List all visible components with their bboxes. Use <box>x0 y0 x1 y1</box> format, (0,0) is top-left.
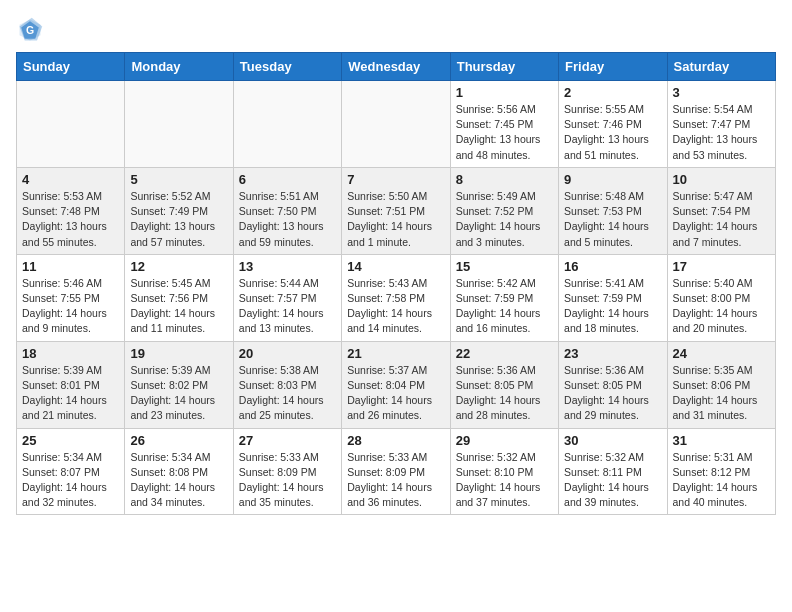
weekday-header-tuesday: Tuesday <box>233 53 341 81</box>
day-info: Sunrise: 5:33 AMSunset: 8:09 PMDaylight:… <box>347 450 444 511</box>
day-info: Sunrise: 5:40 AMSunset: 8:00 PMDaylight:… <box>673 276 770 337</box>
calendar-header: SundayMondayTuesdayWednesdayThursdayFrid… <box>17 53 776 81</box>
calendar-cell: 19Sunrise: 5:39 AMSunset: 8:02 PMDayligh… <box>125 341 233 428</box>
page-header: G <box>16 16 776 44</box>
day-number: 20 <box>239 346 336 361</box>
weekday-header-wednesday: Wednesday <box>342 53 450 81</box>
calendar-cell: 14Sunrise: 5:43 AMSunset: 7:58 PMDayligh… <box>342 254 450 341</box>
calendar-cell: 5Sunrise: 5:52 AMSunset: 7:49 PMDaylight… <box>125 167 233 254</box>
calendar-cell: 13Sunrise: 5:44 AMSunset: 7:57 PMDayligh… <box>233 254 341 341</box>
calendar-cell: 10Sunrise: 5:47 AMSunset: 7:54 PMDayligh… <box>667 167 775 254</box>
day-info: Sunrise: 5:34 AMSunset: 8:08 PMDaylight:… <box>130 450 227 511</box>
calendar-cell: 25Sunrise: 5:34 AMSunset: 8:07 PMDayligh… <box>17 428 125 515</box>
day-info: Sunrise: 5:45 AMSunset: 7:56 PMDaylight:… <box>130 276 227 337</box>
calendar-cell: 29Sunrise: 5:32 AMSunset: 8:10 PMDayligh… <box>450 428 558 515</box>
calendar-cell: 21Sunrise: 5:37 AMSunset: 8:04 PMDayligh… <box>342 341 450 428</box>
weekday-header-thursday: Thursday <box>450 53 558 81</box>
day-number: 10 <box>673 172 770 187</box>
calendar-week-row: 18Sunrise: 5:39 AMSunset: 8:01 PMDayligh… <box>17 341 776 428</box>
calendar-cell: 18Sunrise: 5:39 AMSunset: 8:01 PMDayligh… <box>17 341 125 428</box>
day-number: 11 <box>22 259 119 274</box>
day-info: Sunrise: 5:55 AMSunset: 7:46 PMDaylight:… <box>564 102 661 163</box>
day-number: 5 <box>130 172 227 187</box>
day-info: Sunrise: 5:32 AMSunset: 8:11 PMDaylight:… <box>564 450 661 511</box>
calendar-cell: 2Sunrise: 5:55 AMSunset: 7:46 PMDaylight… <box>559 81 667 168</box>
page-container: G SundayMondayTuesdayWednesdayThursdayFr… <box>0 0 792 523</box>
day-info: Sunrise: 5:41 AMSunset: 7:59 PMDaylight:… <box>564 276 661 337</box>
calendar-cell: 8Sunrise: 5:49 AMSunset: 7:52 PMDaylight… <box>450 167 558 254</box>
day-number: 23 <box>564 346 661 361</box>
calendar-table: SundayMondayTuesdayWednesdayThursdayFrid… <box>16 52 776 515</box>
logo-icon: G <box>16 16 44 44</box>
calendar-cell: 28Sunrise: 5:33 AMSunset: 8:09 PMDayligh… <box>342 428 450 515</box>
day-info: Sunrise: 5:49 AMSunset: 7:52 PMDaylight:… <box>456 189 553 250</box>
day-number: 28 <box>347 433 444 448</box>
day-info: Sunrise: 5:48 AMSunset: 7:53 PMDaylight:… <box>564 189 661 250</box>
calendar-cell: 7Sunrise: 5:50 AMSunset: 7:51 PMDaylight… <box>342 167 450 254</box>
day-number: 1 <box>456 85 553 100</box>
day-number: 16 <box>564 259 661 274</box>
day-number: 25 <box>22 433 119 448</box>
day-number: 6 <box>239 172 336 187</box>
day-info: Sunrise: 5:46 AMSunset: 7:55 PMDaylight:… <box>22 276 119 337</box>
day-number: 2 <box>564 85 661 100</box>
calendar-cell: 23Sunrise: 5:36 AMSunset: 8:05 PMDayligh… <box>559 341 667 428</box>
calendar-cell <box>125 81 233 168</box>
calendar-cell: 4Sunrise: 5:53 AMSunset: 7:48 PMDaylight… <box>17 167 125 254</box>
day-number: 15 <box>456 259 553 274</box>
day-number: 8 <box>456 172 553 187</box>
day-number: 14 <box>347 259 444 274</box>
day-number: 31 <box>673 433 770 448</box>
day-number: 26 <box>130 433 227 448</box>
calendar-cell: 30Sunrise: 5:32 AMSunset: 8:11 PMDayligh… <box>559 428 667 515</box>
day-info: Sunrise: 5:33 AMSunset: 8:09 PMDaylight:… <box>239 450 336 511</box>
svg-text:G: G <box>26 24 34 36</box>
day-info: Sunrise: 5:51 AMSunset: 7:50 PMDaylight:… <box>239 189 336 250</box>
calendar-cell: 17Sunrise: 5:40 AMSunset: 8:00 PMDayligh… <box>667 254 775 341</box>
weekday-row: SundayMondayTuesdayWednesdayThursdayFrid… <box>17 53 776 81</box>
calendar-cell: 26Sunrise: 5:34 AMSunset: 8:08 PMDayligh… <box>125 428 233 515</box>
day-number: 4 <box>22 172 119 187</box>
calendar-cell <box>233 81 341 168</box>
calendar-cell: 1Sunrise: 5:56 AMSunset: 7:45 PMDaylight… <box>450 81 558 168</box>
calendar-cell: 11Sunrise: 5:46 AMSunset: 7:55 PMDayligh… <box>17 254 125 341</box>
day-info: Sunrise: 5:35 AMSunset: 8:06 PMDaylight:… <box>673 363 770 424</box>
day-number: 3 <box>673 85 770 100</box>
calendar-cell <box>342 81 450 168</box>
day-info: Sunrise: 5:50 AMSunset: 7:51 PMDaylight:… <box>347 189 444 250</box>
calendar-cell: 9Sunrise: 5:48 AMSunset: 7:53 PMDaylight… <box>559 167 667 254</box>
day-info: Sunrise: 5:52 AMSunset: 7:49 PMDaylight:… <box>130 189 227 250</box>
day-info: Sunrise: 5:37 AMSunset: 8:04 PMDaylight:… <box>347 363 444 424</box>
calendar-week-row: 25Sunrise: 5:34 AMSunset: 8:07 PMDayligh… <box>17 428 776 515</box>
calendar-cell: 31Sunrise: 5:31 AMSunset: 8:12 PMDayligh… <box>667 428 775 515</box>
day-info: Sunrise: 5:32 AMSunset: 8:10 PMDaylight:… <box>456 450 553 511</box>
day-info: Sunrise: 5:44 AMSunset: 7:57 PMDaylight:… <box>239 276 336 337</box>
calendar-cell: 22Sunrise: 5:36 AMSunset: 8:05 PMDayligh… <box>450 341 558 428</box>
day-number: 13 <box>239 259 336 274</box>
calendar-cell: 27Sunrise: 5:33 AMSunset: 8:09 PMDayligh… <box>233 428 341 515</box>
weekday-header-monday: Monday <box>125 53 233 81</box>
day-number: 12 <box>130 259 227 274</box>
calendar-cell: 24Sunrise: 5:35 AMSunset: 8:06 PMDayligh… <box>667 341 775 428</box>
day-info: Sunrise: 5:42 AMSunset: 7:59 PMDaylight:… <box>456 276 553 337</box>
day-number: 24 <box>673 346 770 361</box>
day-info: Sunrise: 5:36 AMSunset: 8:05 PMDaylight:… <box>564 363 661 424</box>
weekday-header-saturday: Saturday <box>667 53 775 81</box>
day-info: Sunrise: 5:47 AMSunset: 7:54 PMDaylight:… <box>673 189 770 250</box>
day-info: Sunrise: 5:56 AMSunset: 7:45 PMDaylight:… <box>456 102 553 163</box>
day-number: 19 <box>130 346 227 361</box>
day-number: 21 <box>347 346 444 361</box>
calendar-cell: 16Sunrise: 5:41 AMSunset: 7:59 PMDayligh… <box>559 254 667 341</box>
calendar-week-row: 1Sunrise: 5:56 AMSunset: 7:45 PMDaylight… <box>17 81 776 168</box>
calendar-cell: 6Sunrise: 5:51 AMSunset: 7:50 PMDaylight… <box>233 167 341 254</box>
calendar-cell: 12Sunrise: 5:45 AMSunset: 7:56 PMDayligh… <box>125 254 233 341</box>
calendar-cell: 20Sunrise: 5:38 AMSunset: 8:03 PMDayligh… <box>233 341 341 428</box>
calendar-body: 1Sunrise: 5:56 AMSunset: 7:45 PMDaylight… <box>17 81 776 515</box>
day-info: Sunrise: 5:39 AMSunset: 8:01 PMDaylight:… <box>22 363 119 424</box>
day-number: 22 <box>456 346 553 361</box>
day-number: 7 <box>347 172 444 187</box>
weekday-header-friday: Friday <box>559 53 667 81</box>
day-number: 17 <box>673 259 770 274</box>
calendar-week-row: 11Sunrise: 5:46 AMSunset: 7:55 PMDayligh… <box>17 254 776 341</box>
day-info: Sunrise: 5:43 AMSunset: 7:58 PMDaylight:… <box>347 276 444 337</box>
